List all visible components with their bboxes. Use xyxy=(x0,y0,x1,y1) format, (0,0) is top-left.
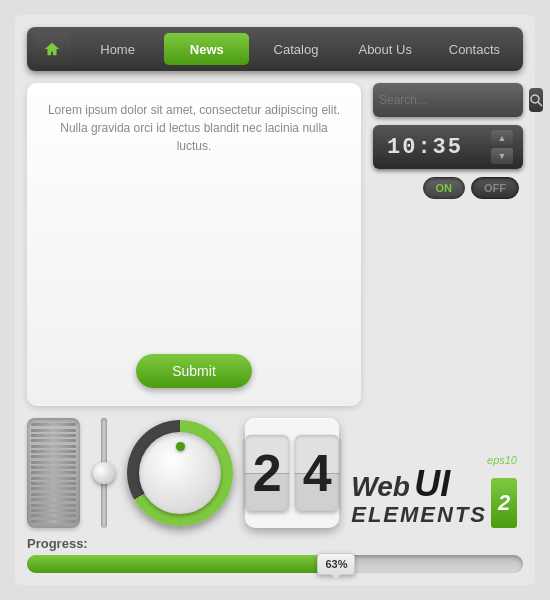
form-card: Lorem ipsum dolor sit amet, consectetur … xyxy=(27,83,361,406)
nav-item-home[interactable]: Home xyxy=(75,33,160,65)
rotary-knob[interactable] xyxy=(127,418,233,528)
toggle-row: ON OFF xyxy=(373,177,523,199)
clock-up-button[interactable]: ▲ xyxy=(491,130,513,146)
toggle-on-button[interactable]: ON xyxy=(423,177,466,199)
brand-text: Web UI ELEMENTS xyxy=(351,466,487,528)
horizontal-slider[interactable] xyxy=(27,418,80,528)
clock-arrows: ▲ ▼ xyxy=(491,130,513,164)
nav-item-about[interactable]: About Us xyxy=(343,33,428,65)
progress-label: Progress: xyxy=(27,536,88,551)
form-placeholder-text: Lorem ipsum dolor sit amet, consectetur … xyxy=(43,101,345,155)
v-slider-thumb[interactable] xyxy=(93,462,115,484)
submit-button[interactable]: Submit xyxy=(136,354,252,388)
search-input[interactable] xyxy=(379,93,529,107)
search-icon xyxy=(529,93,543,107)
eps-label: eps10 xyxy=(487,454,517,466)
flip-clock: 2 4 xyxy=(245,418,339,528)
right-controls: 10:35 ▲ ▼ ON OFF xyxy=(373,83,523,406)
vertical-slider[interactable] xyxy=(92,418,115,528)
progress-label-row: Progress: xyxy=(27,536,523,551)
brand-web-label: Web xyxy=(351,471,410,502)
brand-ui-label: UI xyxy=(414,463,450,504)
clock-down-button[interactable]: ▼ xyxy=(491,148,513,164)
nav-home-button[interactable] xyxy=(33,33,71,65)
flip-digit-1: 2 xyxy=(245,435,289,511)
knob-indicator-dot xyxy=(176,442,185,451)
slider-track xyxy=(27,418,80,528)
search-box xyxy=(373,83,523,117)
part-number-badge: 2 xyxy=(491,478,517,528)
progress-row: Progress: 63% xyxy=(27,536,523,573)
widgets-brand-row: 2 4 eps10 Web UI ELEMENTS 2 xyxy=(27,418,523,528)
nav-item-contacts[interactable]: Contacts xyxy=(432,33,517,65)
nav-item-news[interactable]: News xyxy=(164,33,249,65)
branding-area: eps10 Web UI ELEMENTS 2 xyxy=(351,454,523,528)
clock-display: 10:35 xyxy=(387,135,463,160)
main-container: Home News Catalog About Us Contacts Lore… xyxy=(15,15,535,585)
progress-thumb[interactable]: 63% xyxy=(317,553,355,575)
navigation-bar: Home News Catalog About Us Contacts xyxy=(27,27,523,71)
brand-elements-label: ELEMENTS xyxy=(351,502,487,528)
home-icon xyxy=(43,40,61,58)
svg-line-1 xyxy=(538,102,542,106)
toggle-off-button[interactable]: OFF xyxy=(471,177,519,199)
bottom-section: 2 4 eps10 Web UI ELEMENTS 2 xyxy=(27,418,523,573)
knob-ring xyxy=(127,420,233,526)
progress-fill: 63% xyxy=(27,555,339,573)
progress-track[interactable]: 63% xyxy=(27,555,523,573)
nav-item-catalog[interactable]: Catalog xyxy=(253,33,338,65)
flip-digit-2: 4 xyxy=(295,435,339,511)
middle-row: Lorem ipsum dolor sit amet, consectetur … xyxy=(27,83,523,406)
clock-widget: 10:35 ▲ ▼ xyxy=(373,125,523,169)
search-button[interactable] xyxy=(529,88,543,112)
svg-point-0 xyxy=(531,95,539,103)
knob-inner xyxy=(139,432,221,514)
